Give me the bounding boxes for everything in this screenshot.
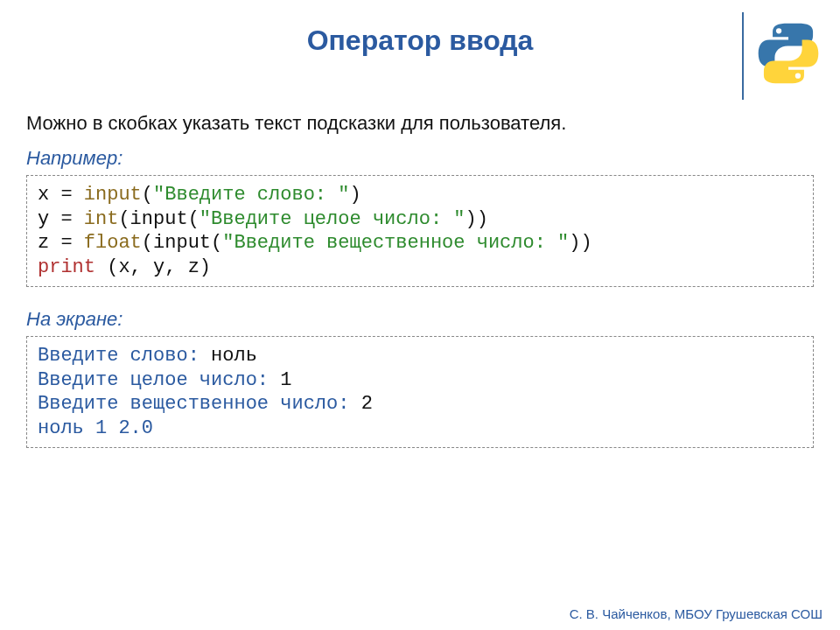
code-block: x = input("Введите слово: ") y = int(inp… (26, 175, 814, 287)
code-line-3: z = float(input("Введите вещественное чи… (38, 232, 592, 254)
code-line-2: y = int(input("Введите целое число: ")) (38, 208, 488, 230)
example-label: Например: (26, 147, 814, 170)
footer-credit: С. В. Чайченков, МБОУ Грушевская СОШ (570, 606, 822, 621)
code-line-1: x = input("Введите слово: ") (38, 184, 361, 206)
slide-title: Оператор ввода (0, 24, 840, 57)
output-block: Введите слово: ноль Введите целое число:… (26, 336, 814, 448)
out-line-2: Введите целое число: 1 (38, 369, 291, 391)
out-line-4: ноль 1 2.0 (38, 417, 153, 439)
out-line-3: Введите вещественное число: 2 (38, 393, 373, 415)
svg-point-1 (795, 74, 801, 79)
intro-text: Можно в скобках указать текст подсказки … (26, 112, 814, 135)
out-line-1: Введите слово: ноль (38, 345, 257, 367)
screen-label: На экране: (26, 308, 814, 331)
code-line-4: print (x, y, z) (38, 256, 211, 278)
